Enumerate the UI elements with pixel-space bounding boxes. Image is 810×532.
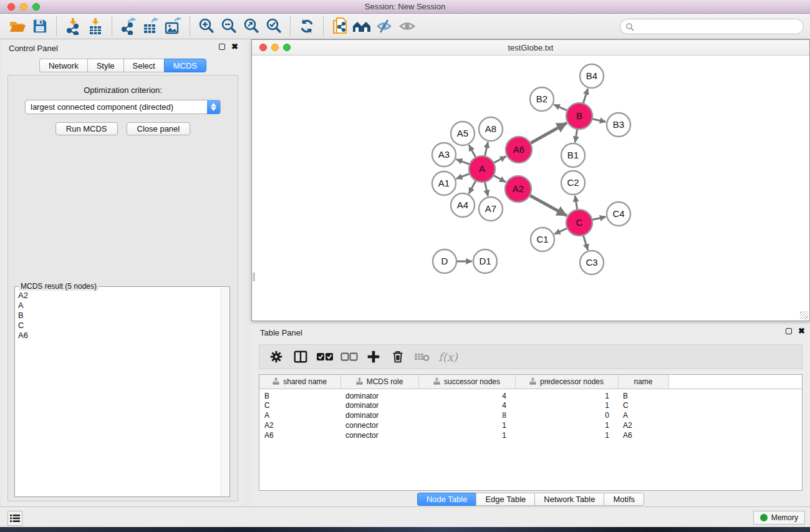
close-panel-button[interactable]: Close panel bbox=[127, 122, 191, 135]
minimize-window-button[interactable] bbox=[20, 3, 27, 11]
network-graph: B4B2BB3A8A5A6A3B1AA1C2A2A4A7C4CC1C3DD1 bbox=[253, 56, 809, 320]
graph-node-label: C2 bbox=[567, 177, 579, 188]
table-cell: C bbox=[259, 400, 340, 410]
tab-motifs[interactable]: Motifs bbox=[604, 493, 644, 506]
export-table-button[interactable] bbox=[140, 16, 162, 37]
zoom-in-button[interactable] bbox=[195, 16, 218, 37]
mcds-result-item[interactable]: C bbox=[18, 321, 221, 331]
float-table-panel-icon[interactable] bbox=[786, 328, 792, 334]
graph-node-label: A1 bbox=[438, 178, 450, 188]
search-input[interactable] bbox=[637, 21, 803, 33]
toolbar-separator bbox=[323, 16, 324, 36]
run-mcds-button[interactable]: Run MCDS bbox=[55, 122, 118, 135]
show-column-button[interactable] bbox=[289, 346, 312, 367]
deselect-all-button[interactable] bbox=[337, 346, 360, 367]
desktop-background bbox=[0, 527, 810, 532]
show-graphics-details-button[interactable] bbox=[396, 16, 418, 37]
select-all-button[interactable] bbox=[313, 346, 336, 367]
table-row[interactable]: Cdominator41C bbox=[259, 400, 802, 410]
mcds-result-item[interactable]: A6 bbox=[18, 331, 221, 341]
table-options-button[interactable] bbox=[264, 346, 287, 367]
deselect-all-icon bbox=[340, 352, 358, 362]
export-image-button[interactable] bbox=[162, 16, 185, 37]
memory-label: Memory bbox=[771, 513, 798, 522]
mcds-result-item[interactable]: A bbox=[18, 301, 221, 311]
zoom-selected-button[interactable] bbox=[263, 16, 285, 37]
tab-edge-table[interactable]: Edge Table bbox=[476, 493, 534, 506]
network-zoom-button[interactable] bbox=[283, 44, 291, 51]
graph-node-label: C bbox=[576, 217, 583, 228]
toolbar-separator bbox=[56, 16, 57, 36]
tab-network-table[interactable]: Network Table bbox=[534, 493, 604, 506]
refresh-view-button[interactable] bbox=[296, 16, 318, 37]
clone-network-icon bbox=[331, 17, 349, 36]
table-cell-filler bbox=[668, 389, 802, 400]
delete-table-button[interactable] bbox=[410, 346, 433, 367]
column-header-successor-nodes[interactable]: successor nodes bbox=[418, 375, 515, 389]
import-table-button[interactable] bbox=[84, 16, 107, 37]
table-cell-filler bbox=[668, 410, 802, 420]
column-header-mcds-role[interactable]: MCDS role bbox=[340, 375, 418, 389]
application-window: Session: New Session bbox=[0, 0, 810, 532]
mcds-result-item[interactable]: B bbox=[18, 311, 221, 321]
table-cell: A6 bbox=[259, 430, 340, 440]
column-label: MCDS role bbox=[367, 377, 403, 386]
graph-node-label: C3 bbox=[586, 257, 597, 268]
window-resize-grip[interactable] bbox=[800, 311, 808, 319]
table-cell-filler bbox=[668, 430, 802, 440]
table-cell: B bbox=[618, 389, 668, 400]
function-builder-button[interactable]: f(x) bbox=[435, 351, 458, 364]
first-neighbors-button[interactable] bbox=[351, 16, 374, 37]
table-row[interactable]: A6connector11A6 bbox=[259, 430, 802, 440]
tab-style[interactable]: Style bbox=[87, 59, 123, 72]
table-row[interactable]: Adominator80A bbox=[259, 410, 802, 420]
open-file-button[interactable] bbox=[6, 16, 29, 37]
hierarchy-icon bbox=[529, 378, 536, 385]
refresh-icon bbox=[299, 18, 315, 34]
column-header-shared-name[interactable]: shared name bbox=[259, 375, 340, 389]
table-row[interactable]: A2connector11A2 bbox=[259, 420, 802, 430]
search-field bbox=[620, 19, 804, 34]
zoom-out-button[interactable] bbox=[218, 16, 240, 37]
dropdown-stepper-icon bbox=[207, 100, 220, 114]
import-network-button[interactable] bbox=[62, 16, 84, 37]
float-panel-icon[interactable] bbox=[219, 44, 225, 50]
network-minimize-button[interactable] bbox=[271, 44, 279, 51]
mcds-result-item[interactable]: A2 bbox=[18, 291, 221, 301]
table-row[interactable]: Bdominator41B bbox=[259, 389, 802, 400]
tab-mcds[interactable]: MCDS bbox=[164, 59, 206, 72]
criterion-dropdown[interactable]: largest connected component (directed) bbox=[25, 100, 221, 114]
toolbar-separator bbox=[290, 16, 291, 36]
canvas-scrollbar-thumb[interactable] bbox=[253, 273, 255, 281]
table-toolbar: f(x) bbox=[259, 344, 803, 369]
table-cell-filler bbox=[668, 420, 802, 430]
export-network-button[interactable] bbox=[117, 16, 140, 37]
eye-icon bbox=[398, 19, 417, 34]
zoom-fit-button[interactable] bbox=[240, 16, 263, 37]
add-row-button[interactable] bbox=[362, 346, 385, 367]
tab-select[interactable]: Select bbox=[123, 59, 164, 72]
hide-details-button[interactable] bbox=[374, 16, 396, 37]
zoom-window-button[interactable] bbox=[32, 3, 40, 11]
toolbar-separator bbox=[112, 16, 112, 36]
tab-network[interactable]: Network bbox=[39, 59, 87, 72]
column-header-predecessor-nodes[interactable]: predecessor nodes bbox=[515, 375, 618, 389]
delete-row-button[interactable] bbox=[386, 346, 409, 367]
close-table-panel-icon[interactable]: ✖ bbox=[798, 328, 805, 334]
show-panel-list-button[interactable] bbox=[7, 511, 22, 526]
node-table[interactable]: shared nameMCDS rolesuccessor nodesprede… bbox=[259, 374, 803, 491]
column-header-name[interactable]: name bbox=[618, 375, 668, 389]
network-close-button[interactable] bbox=[259, 44, 267, 51]
network-canvas[interactable]: B4B2BB3A8A5A6A3B1AA1C2A2A4A7C4CC1C3DD1 bbox=[253, 56, 809, 320]
column-label: predecessor nodes bbox=[540, 377, 604, 386]
result-list-scrollbar[interactable] bbox=[221, 288, 229, 496]
export-table-icon bbox=[142, 17, 160, 35]
save-session-button[interactable] bbox=[29, 16, 51, 37]
table-cell: 1 bbox=[515, 430, 618, 440]
clone-network-button[interactable] bbox=[329, 16, 351, 37]
tab-node-table[interactable]: Node Table bbox=[417, 493, 476, 506]
close-window-button[interactable] bbox=[7, 3, 15, 11]
control-panel-title: Control Panel bbox=[9, 44, 58, 53]
close-panel-icon[interactable]: ✖ bbox=[231, 44, 238, 50]
memory-button[interactable]: Memory bbox=[753, 511, 805, 525]
